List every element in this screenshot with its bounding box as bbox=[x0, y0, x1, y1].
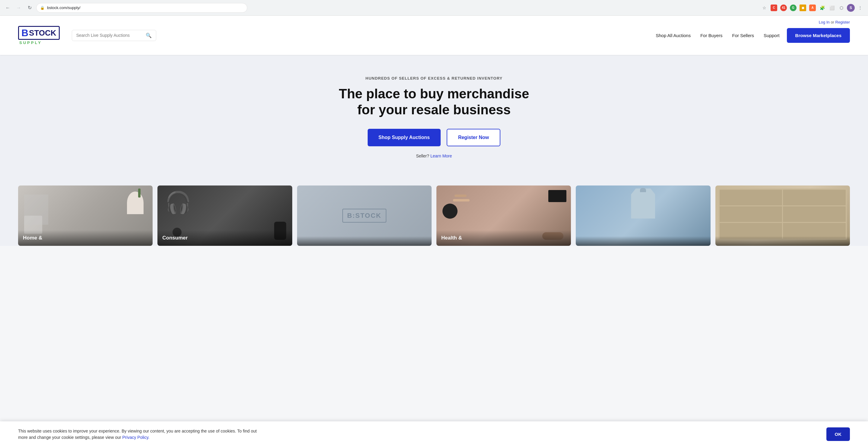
lock-icon: 🔒 bbox=[40, 6, 44, 10]
category-home[interactable]: Home & bbox=[18, 185, 153, 246]
hero-buttons: Shop Supply Auctions Register Now bbox=[6, 129, 862, 146]
screenshot-button[interactable]: ⬡ bbox=[837, 4, 846, 12]
auth-separator: or bbox=[830, 20, 835, 24]
cookie-ok-button[interactable]: OK bbox=[826, 427, 850, 441]
hero-title: The place to buy merchandise for your re… bbox=[329, 86, 539, 118]
hero-section: HUNDREDS OF SELLERS OF EXCESS & RETURNED… bbox=[0, 55, 868, 176]
logo-box: B STOCK bbox=[18, 26, 60, 40]
nav-for-buyers[interactable]: For Buyers bbox=[700, 33, 722, 38]
nav-support[interactable]: Support bbox=[764, 33, 780, 38]
register-now-button[interactable]: Register Now bbox=[447, 129, 500, 146]
category-home-label: Home & bbox=[23, 235, 42, 241]
nav-shop-all-auctions[interactable]: Shop All Auctions bbox=[656, 33, 691, 38]
logo-supply: SUPPLY bbox=[19, 40, 42, 45]
browse-marketplaces-button[interactable]: Browse Marketplaces bbox=[787, 28, 850, 43]
site-logo[interactable]: B STOCK SUPPLY bbox=[18, 26, 60, 45]
cookie-banner: This website uses cookies to improve you… bbox=[0, 421, 868, 447]
bstock-watermark: B:STOCK bbox=[342, 209, 386, 222]
category-consumer-label: Consumer bbox=[162, 235, 188, 241]
hero-eyebrow: HUNDREDS OF SELLERS OF EXCESS & RETURNED… bbox=[6, 76, 862, 81]
site-header: Log In or Register B STOCK SUPPLY 🔍 Shop… bbox=[0, 16, 868, 55]
browser-toolbar: ☆ C 41 G ▦ A 🧩 ⬜ ⬡ S ⋮ bbox=[760, 4, 864, 12]
category-health[interactable]: Health & bbox=[436, 185, 571, 246]
search-bar[interactable]: 🔍 bbox=[72, 30, 156, 41]
profile-avatar[interactable]: S bbox=[847, 4, 855, 12]
category-furniture-overlay bbox=[715, 236, 850, 246]
website: Log In or Register B STOCK SUPPLY 🔍 Shop… bbox=[0, 16, 868, 447]
browser-chrome: ← → ↻ 🔒 bstock.com/supply/ ☆ C 41 G ▦ A … bbox=[0, 0, 868, 16]
bookmark-button[interactable]: ☆ bbox=[760, 4, 769, 12]
url-text: bstock.com/supply/ bbox=[47, 5, 81, 10]
extension-3[interactable]: G bbox=[789, 4, 798, 12]
main-nav: Shop All Auctions For Buyers For Sellers… bbox=[656, 33, 779, 38]
hero-title-line2: for your resale business bbox=[358, 102, 511, 117]
menu-button[interactable]: ⋮ bbox=[856, 4, 864, 12]
auth-links: Log In or Register bbox=[819, 20, 850, 24]
category-apparel-overlay bbox=[576, 236, 710, 246]
category-home-overlay: Home & bbox=[18, 230, 153, 246]
category-general-overlay bbox=[297, 236, 432, 246]
extension-2[interactable]: 41 bbox=[779, 4, 788, 12]
privacy-policy-link[interactable]: Privacy Policy. bbox=[122, 435, 150, 440]
cookie-text: This website uses cookies to improve you… bbox=[18, 428, 259, 441]
logo-stock: STOCK bbox=[29, 29, 56, 37]
category-health-label: Health & bbox=[441, 235, 462, 241]
learn-more-link[interactable]: Learn More bbox=[430, 153, 452, 158]
category-consumer-overlay: Consumer bbox=[157, 230, 292, 246]
extension-1[interactable]: C bbox=[770, 4, 778, 12]
address-bar[interactable]: 🔒 bstock.com/supply/ bbox=[36, 3, 247, 13]
seller-label: Seller? bbox=[416, 153, 429, 158]
register-link[interactable]: Register bbox=[835, 20, 850, 24]
forward-button[interactable]: → bbox=[14, 4, 23, 12]
category-furniture[interactable] bbox=[715, 185, 850, 246]
back-button[interactable]: ← bbox=[4, 4, 12, 12]
reload-button[interactable]: ↻ bbox=[25, 4, 34, 12]
hero-seller-text: Seller? Learn More bbox=[6, 153, 862, 158]
search-icon[interactable]: 🔍 bbox=[146, 33, 152, 38]
extension-4[interactable]: ▦ bbox=[799, 4, 807, 12]
shop-supply-auctions-button[interactable]: Shop Supply Auctions bbox=[368, 129, 441, 146]
hero-title-line1: The place to buy merchandise bbox=[339, 86, 529, 101]
login-link[interactable]: Log In bbox=[819, 20, 830, 24]
search-input[interactable] bbox=[76, 33, 146, 38]
cast-button[interactable]: ⬜ bbox=[828, 4, 836, 12]
category-health-overlay: Health & bbox=[436, 230, 571, 246]
category-apparel[interactable] bbox=[576, 185, 710, 246]
categories-section: Home & 🎧 Consumer B:STOCK bbox=[0, 176, 868, 246]
nav-for-sellers[interactable]: For Sellers bbox=[732, 33, 754, 38]
logo-b: B bbox=[22, 28, 28, 38]
extension-5[interactable]: A bbox=[808, 4, 817, 12]
extensions-button[interactable]: 🧩 bbox=[818, 4, 826, 12]
category-consumer[interactable]: 🎧 Consumer bbox=[157, 185, 292, 246]
category-general[interactable]: B:STOCK bbox=[297, 185, 432, 246]
